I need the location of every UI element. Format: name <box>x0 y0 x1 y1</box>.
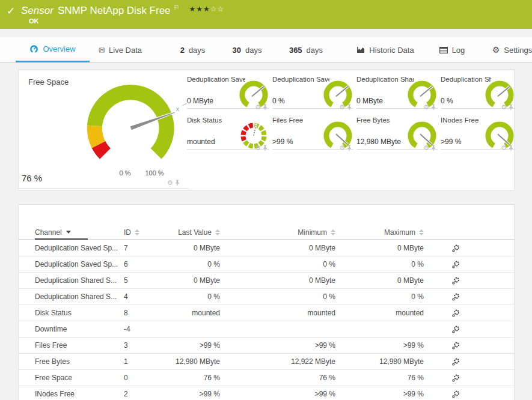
gauge-actions: ⚙ <box>423 104 436 111</box>
gear-icon[interactable]: ⚙ <box>501 145 507 151</box>
tab-bar: Overview((•))Live Data2days30days365days… <box>0 37 532 62</box>
pin-icon[interactable] <box>347 104 352 111</box>
channel-name: Deduplication Saved Sp... <box>35 244 124 252</box>
pin-icon[interactable] <box>175 180 180 186</box>
col-header-maximum[interactable]: Maximum <box>335 228 424 237</box>
last-value: 0 MByte <box>166 276 220 285</box>
tab-historic-data[interactable]: Historic Data <box>346 37 424 62</box>
gear-icon[interactable]: ⚙ <box>501 104 507 111</box>
maximum-value: 12,980 MByte <box>335 357 424 366</box>
minimum-value: 0 MByte <box>220 276 335 285</box>
status-badge: OK <box>29 17 39 25</box>
tab-log[interactable]: Log <box>428 37 476 62</box>
channel-id: 3 <box>124 341 166 350</box>
priority-stars[interactable]: ★★★☆☆ <box>189 5 224 13</box>
col-header-minimum[interactable]: Minimum <box>220 228 335 237</box>
channel-edit-icon[interactable] <box>451 357 460 366</box>
tab-overview[interactable]: Overview <box>16 37 90 62</box>
tab-number: 30 <box>233 46 241 55</box>
gear-icon[interactable]: ⚙ <box>167 180 173 186</box>
gauge-title: Free Bytes <box>356 117 414 124</box>
gear-icon[interactable]: ⚙ <box>423 104 429 111</box>
channel-id: 2 <box>124 390 166 398</box>
tab-live-data[interactable]: ((•))Live Data <box>90 37 150 62</box>
col-header-id[interactable]: ID <box>124 228 166 237</box>
channel-id: 0 <box>124 374 166 382</box>
gauge-title: Deduplication Shared ... <box>356 76 414 83</box>
needle-marker: x <box>176 105 180 112</box>
pin-icon[interactable] <box>263 104 268 111</box>
channel-edit-icon[interactable] <box>451 309 460 318</box>
minimum-value: 0 % <box>220 292 335 301</box>
gauge-title: INodes Free <box>441 117 491 124</box>
table-body: Deduplication Saved Sp...70 MByte0 MByte… <box>19 240 514 400</box>
maximum-value: 76 % <box>335 374 424 382</box>
channel-name: Downtime <box>35 325 124 333</box>
pin-icon[interactable] <box>431 104 436 111</box>
star-icon[interactable]: ★ <box>196 5 203 13</box>
channel-edit-icon[interactable] <box>451 276 460 285</box>
star-icon[interactable]: ★ <box>189 5 196 13</box>
table-row: Disk Status8mountedmountedmounted <box>19 305 514 321</box>
table-row: Files Free3>99 %>99 %>99 % <box>19 338 514 354</box>
maximum-value: 0 % <box>335 292 424 301</box>
gear-icon[interactable]: ⚙ <box>255 145 261 151</box>
log-icon <box>439 47 448 53</box>
gauge-title: Files Free <box>272 117 329 124</box>
tab-settings[interactable]: ⚙Settings <box>488 37 532 62</box>
maximum-value: 0 % <box>335 260 424 268</box>
channel-edit-icon[interactable] <box>451 374 460 383</box>
mini-gauge-disk-status: Disk Statusmounted⚙ <box>187 117 269 150</box>
gear-icon: ⚙ <box>492 46 500 54</box>
tab-label: Log <box>452 46 465 55</box>
tab-2-days[interactable]: 2days <box>170 37 215 62</box>
pin-icon[interactable] <box>263 145 268 151</box>
pin-icon[interactable] <box>431 145 436 151</box>
tab-label: Settings <box>504 46 532 55</box>
table-header-row: ChannelIDLast ValueMinimumMaximum <box>19 225 514 240</box>
channel-edit-icon[interactable] <box>451 341 460 350</box>
gear-icon[interactable]: ⚙ <box>339 104 345 111</box>
sensor-header: ✓ SensorSNMP NetApp Disk Free⚐★★★☆☆ OK <box>0 0 532 29</box>
channel-edit-icon[interactable] <box>451 292 460 302</box>
channel-edit-icon[interactable] <box>451 325 460 334</box>
sensor-kind-label: Sensor <box>21 5 54 16</box>
table-row: Free Space076 %76 %76 % <box>19 370 514 386</box>
pin-icon[interactable] <box>347 145 352 151</box>
pin-icon[interactable] <box>509 104 513 111</box>
tab-label: Live Data <box>109 46 142 55</box>
star-icon[interactable]: ☆ <box>218 5 225 13</box>
gear-icon[interactable]: ⚙ <box>423 145 429 151</box>
flag-icon[interactable]: ⚐ <box>174 4 180 11</box>
gauge-value: 0 MByte <box>187 97 213 105</box>
channel-edit-icon[interactable] <box>451 244 460 253</box>
tab-label: days <box>307 46 323 55</box>
gauge-actions: ⚙ <box>167 180 180 186</box>
tab-365-days[interactable]: 365days <box>283 37 329 62</box>
minimum-value: 12,922 MByte <box>220 357 335 366</box>
col-header-last-value[interactable]: Last Value <box>166 228 220 237</box>
gauge-value: >99 % <box>272 138 293 146</box>
table-row: Free Bytes112,980 MByte12,922 MByte12,98… <box>19 354 514 370</box>
gauge-actions: ⚙ <box>501 145 513 151</box>
channel-id: 7 <box>124 244 166 252</box>
last-value: 0 MByte <box>166 244 220 252</box>
gear-icon[interactable]: ⚙ <box>255 104 261 111</box>
maximum-value: >99 % <box>335 341 424 350</box>
channel-edit-icon[interactable] <box>451 390 460 399</box>
pin-icon[interactable] <box>509 145 513 151</box>
star-icon[interactable]: ☆ <box>210 5 218 13</box>
channel-table-panel: ChannelIDLast ValueMinimumMaximum Dedupl… <box>18 204 515 400</box>
star-icon[interactable]: ★ <box>203 5 210 13</box>
last-value: 0 % <box>166 260 220 268</box>
free-space-gauge: x <box>77 71 191 179</box>
col-header-channel[interactable]: Channel <box>35 228 124 237</box>
sort-caret-icon <box>135 229 139 235</box>
channel-edit-icon[interactable] <box>451 260 460 269</box>
tab-30-days[interactable]: 30days <box>224 37 270 62</box>
maximum-value: mounted <box>335 309 424 317</box>
tab-label: Overview <box>43 44 75 53</box>
channel-id: 4 <box>124 292 166 301</box>
channel-id: -4 <box>124 325 166 333</box>
gear-icon[interactable]: ⚙ <box>339 145 345 151</box>
